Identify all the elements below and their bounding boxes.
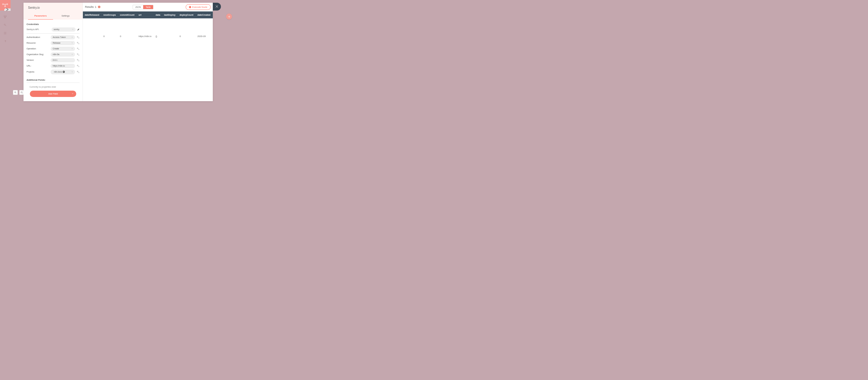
cell-deployCount: 0 xyxy=(178,19,195,55)
executions-icon[interactable] xyxy=(4,31,7,35)
resource-select[interactable]: Release xyxy=(51,41,75,45)
edit-credential-icon[interactable] xyxy=(77,28,80,31)
field-label: Authentication: xyxy=(27,36,48,38)
svg-point-20 xyxy=(79,55,79,56)
authentication-select[interactable]: Access Token xyxy=(51,35,75,39)
info-icon[interactable]: i xyxy=(98,6,100,8)
cell-lastDeploy xyxy=(162,19,178,55)
operation-select[interactable]: Create xyxy=(51,47,75,51)
column-header: data xyxy=(154,11,162,19)
results-panel: Results: 1 i JSON Table Execute Node dat… xyxy=(83,3,213,101)
parameters-panel: Sentry.io Parameters Settings Credential… xyxy=(24,3,83,101)
credential-select[interactable]: sentry xyxy=(52,27,76,32)
chevron-down-icon xyxy=(72,29,73,30)
results-table-container[interactable]: dateReleased newGroups commitCount url d… xyxy=(83,11,213,55)
chevron-down-icon xyxy=(71,36,73,38)
cell-data: {} xyxy=(154,19,162,55)
credentials-icon[interactable] xyxy=(4,23,7,27)
param-operation: Operation: Create xyxy=(27,47,80,51)
chevron-down-icon xyxy=(71,42,73,44)
svg-point-1 xyxy=(7,4,8,5)
gear-icon[interactable] xyxy=(76,64,80,67)
plus-icon xyxy=(228,15,230,18)
param-organization-slug: Organization Slug: n8n-0a xyxy=(27,53,80,57)
credentials-section-label: Credentials xyxy=(27,23,80,26)
sidebar-toggle[interactable] xyxy=(4,8,10,11)
node-editor-modal: Sentry.io Parameters Settings Credential… xyxy=(24,3,213,101)
gear-icon[interactable] xyxy=(76,41,80,44)
view-json-button[interactable]: JSON xyxy=(133,5,144,9)
field-label: Version: xyxy=(27,59,48,61)
additional-fields-section: Additional Fields: Currently no properti… xyxy=(27,78,80,97)
app-logo[interactable] xyxy=(0,0,10,10)
gear-icon[interactable] xyxy=(76,53,80,56)
tabs: Parameters Settings xyxy=(28,13,78,20)
no-properties-message: Currently no properties exist xyxy=(27,84,80,91)
field-label: Organization Slug: xyxy=(27,53,48,56)
gear-icon[interactable] xyxy=(76,36,80,39)
tab-parameters[interactable]: Parameters xyxy=(28,13,53,20)
cell-dateReleased xyxy=(83,19,101,55)
panel-header: Sentry.io Parameters Settings xyxy=(24,3,83,20)
svg-point-18 xyxy=(79,49,79,50)
cell-url: https://n8n.io xyxy=(137,19,154,55)
node-title: Sentry.io xyxy=(28,6,78,9)
tab-settings[interactable]: Settings xyxy=(53,13,78,20)
svg-point-2 xyxy=(4,6,6,7)
gear-icon[interactable] xyxy=(76,70,80,73)
svg-point-7 xyxy=(4,32,4,32)
svg-point-22 xyxy=(79,61,79,61)
column-header: dateReleased xyxy=(83,11,101,19)
param-authentication: Authentication: Access Token xyxy=(27,35,80,39)
field-label: URL: xyxy=(27,65,48,67)
view-toggle: JSON Table xyxy=(133,5,153,9)
svg-rect-4 xyxy=(6,16,7,16)
close-button[interactable] xyxy=(213,3,221,11)
svg-point-19 xyxy=(77,54,78,55)
n8n-logo-icon xyxy=(2,3,8,7)
svg-text:?: ? xyxy=(4,40,6,43)
chevron-down-icon xyxy=(71,48,73,49)
column-header: dateCreated xyxy=(195,11,213,19)
chevron-down-icon xyxy=(71,54,73,55)
close-icon xyxy=(215,5,218,8)
svg-point-16 xyxy=(79,43,79,44)
gear-icon[interactable] xyxy=(76,47,80,50)
organization-slug-select[interactable]: n8n-0a xyxy=(51,53,75,57)
svg-point-25 xyxy=(77,71,78,72)
app-sidebar: ? xyxy=(0,0,10,104)
svg-point-21 xyxy=(77,59,78,60)
svg-point-23 xyxy=(77,65,78,66)
svg-point-14 xyxy=(79,38,79,38)
zoom-in-icon xyxy=(14,91,17,94)
url-input[interactable]: https://n8n.io xyxy=(51,64,75,68)
version-input[interactable]: 0.0.1 xyxy=(51,58,75,62)
field-label: Resource: xyxy=(27,42,48,44)
svg-point-6 xyxy=(4,24,5,25)
cell-commitCount: 0 xyxy=(118,19,137,55)
svg-point-15 xyxy=(77,42,78,43)
column-header: newGroups xyxy=(101,11,118,19)
additional-fields-title: Additional Fields: xyxy=(27,78,80,83)
column-header: commitCount xyxy=(118,11,137,19)
execute-node-button[interactable]: Execute Node xyxy=(186,4,211,10)
cell-newGroups: 0 xyxy=(101,19,118,55)
help-icon[interactable]: ? xyxy=(4,39,7,43)
param-projects: Projects: n8n-docs ✕ xyxy=(27,70,80,74)
workflows-icon[interactable] xyxy=(4,15,7,19)
zoom-in-button[interactable] xyxy=(13,90,18,95)
view-table-button[interactable]: Table xyxy=(143,5,153,9)
project-tag: n8n-docs ✕ xyxy=(53,70,66,73)
chevron-down-icon xyxy=(72,93,73,95)
results-count: Results: 1 xyxy=(85,5,96,8)
svg-rect-5 xyxy=(5,17,6,18)
projects-select[interactable]: n8n-docs ✕ xyxy=(51,70,75,74)
add-node-button[interactable] xyxy=(226,13,232,20)
credential-api-label: Sentry.io API: xyxy=(27,28,48,30)
remove-tag-icon[interactable]: ✕ xyxy=(63,71,65,73)
table-header-row: dateReleased newGroups commitCount url d… xyxy=(83,11,213,19)
column-header: lastDeploy xyxy=(162,11,178,19)
gear-icon[interactable] xyxy=(76,59,80,62)
zoom-controls xyxy=(13,90,24,95)
add-field-button[interactable]: Add Field xyxy=(30,91,76,97)
